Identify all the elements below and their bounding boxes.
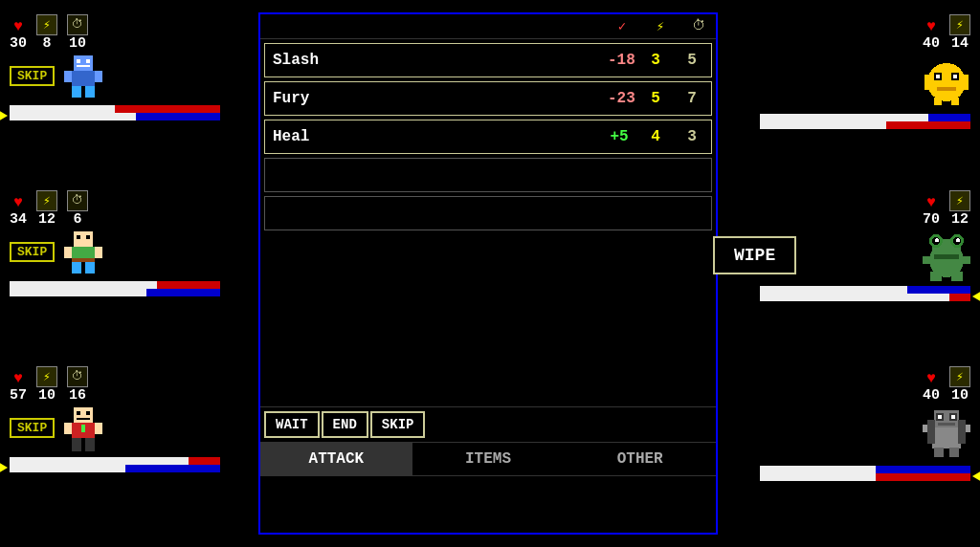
char3-hp: 57: [10, 387, 27, 404]
svg-rect-33: [937, 87, 956, 91]
action-heal-vals: +5 4 3: [608, 128, 703, 145]
svg-rect-6: [95, 71, 102, 82]
char2-stats: ♥ 34 ⚡ 12 ⏱ 6: [10, 190, 244, 228]
svg-rect-26: [85, 438, 95, 451]
enemy3-stats: ♥ 40 ⚡ 10: [923, 366, 970, 404]
enemy3-energy: 10: [951, 387, 969, 404]
left-char-1: ♥ 30 ⚡ 8 ⏱ 10 SKIP: [10, 14, 244, 182]
action-fury-name: Fury: [273, 90, 608, 107]
end-button[interactable]: END: [322, 411, 368, 438]
wipe-button[interactable]: WIPE: [713, 236, 796, 274]
svg-rect-1: [77, 59, 80, 63]
clock-icon-2: ⏱: [67, 190, 88, 211]
action-heal-val3: 3: [680, 128, 703, 145]
action-heal[interactable]: Heal +5 4 3: [264, 120, 712, 154]
char1-time-stat: ⏱ 10: [67, 14, 88, 52]
header-col1: ✓: [612, 18, 632, 34]
action-slash-val3: 5: [680, 52, 703, 69]
action-list: Slash -18 3 5 Fury -23 5 7: [260, 39, 716, 406]
svg-rect-20: [86, 411, 90, 415]
tab-attack[interactable]: ATTACK: [260, 443, 412, 475]
action-empty-1: [264, 158, 712, 192]
svg-point-45: [956, 238, 960, 242]
action-header: ✓ ⚡ ⏱: [260, 14, 716, 39]
bolt-icon-e3: ⚡: [949, 366, 970, 387]
char3-time: 16: [69, 387, 86, 404]
action-fury[interactable]: Fury -23 5 7: [264, 81, 712, 116]
action-heal-val2: 4: [644, 128, 667, 145]
char3-hp-bar: [10, 457, 220, 465]
svg-rect-3: [77, 65, 90, 67]
svg-rect-16: [85, 262, 95, 274]
char2-energy-bar: [10, 289, 220, 296]
char1-hp-stat: ♥ 30: [10, 18, 27, 52]
bolt-icon-1: ⚡: [36, 14, 57, 35]
svg-rect-48: [961, 256, 970, 264]
char1-healthbar: [10, 105, 220, 120]
heart-icon-e1: ♥: [926, 18, 936, 35]
svg-rect-25: [72, 438, 81, 451]
char2-hp-stat: ♥ 34: [10, 194, 27, 228]
char3-arrow: [0, 461, 8, 474]
svg-rect-61: [949, 448, 959, 457]
char3-energy-stat: ⚡ 10: [36, 366, 57, 404]
action-slash-val2: 3: [644, 52, 667, 69]
svg-rect-36: [934, 98, 942, 105]
svg-rect-17: [72, 258, 95, 262]
enemy1-hp-stat: ♥ 40: [923, 18, 940, 52]
char1-hp-bar: [10, 105, 220, 113]
svg-rect-50: [951, 272, 963, 281]
enemy1-energy: 14: [951, 35, 969, 52]
char2-time: 6: [74, 211, 82, 228]
enemy3-sprite: [923, 405, 970, 458]
svg-rect-7: [72, 86, 81, 98]
action-slash[interactable]: Slash -18 3 5: [264, 43, 712, 77]
bolt-icon-e1: ⚡: [949, 14, 970, 35]
tab-other[interactable]: OTHER: [564, 443, 716, 475]
heart-icon-2: ♥: [13, 194, 23, 211]
wait-button[interactable]: WAIT: [264, 411, 320, 438]
svg-rect-62: [927, 420, 935, 444]
char3-stats: ♥ 57 ⚡ 10 ⏱ 16: [10, 366, 244, 404]
tab-items[interactable]: ITEMS: [412, 443, 565, 475]
char1-energy-bar: [10, 113, 220, 120]
enemy2-healthbar: [760, 286, 970, 301]
svg-point-44: [935, 238, 939, 242]
action-fury-val1: -23: [608, 90, 631, 107]
char3-skip-button[interactable]: SKIP: [10, 418, 55, 438]
char1-arrow: [0, 109, 8, 122]
svg-rect-8: [85, 86, 95, 98]
left-char-3: ♥ 57 ⚡ 10 ⏱ 16 SKIP: [10, 366, 244, 534]
right-char-3: ♥ 40 ⚡ 10: [732, 366, 970, 534]
enemy2-hp: 70: [923, 211, 940, 228]
svg-rect-13: [64, 247, 72, 258]
action-heal-val1: +5: [608, 128, 631, 145]
skip-action-button[interactable]: SKIP: [370, 411, 426, 438]
header-col3: ⏱: [689, 18, 708, 34]
header-col2: ⚡: [651, 18, 670, 34]
char2-energy: 12: [38, 211, 56, 228]
enemy2-hp-stat: ♥ 70: [923, 194, 940, 228]
svg-rect-15: [72, 262, 81, 274]
char2-skip-button[interactable]: SKIP: [10, 242, 55, 262]
enemy3-energy-stat: ⚡ 10: [949, 366, 970, 404]
svg-rect-56: [951, 415, 955, 419]
enemy3-energy-bar: [760, 466, 970, 473]
char1-skip-button[interactable]: SKIP: [10, 66, 55, 86]
char2-healthbar: [10, 281, 220, 296]
action-slash-name: Slash: [273, 52, 608, 69]
svg-rect-49: [930, 272, 942, 281]
left-panel: ♥ 30 ⚡ 8 ⏱ 10 SKIP: [0, 0, 254, 547]
enemy1-healthbar: [760, 114, 970, 129]
svg-rect-24: [95, 423, 102, 434]
enemy1-stats: ♥ 40 ⚡ 14: [923, 14, 970, 52]
enemy1-energy-stat: ⚡ 14: [949, 14, 970, 52]
enemy3-hp-bar: [760, 473, 970, 481]
action-slash-val1: -18: [608, 52, 631, 69]
svg-rect-63: [958, 420, 966, 444]
bolt-icon-e2: ⚡: [949, 190, 970, 211]
char1-time: 10: [69, 35, 86, 52]
enemy2-sprite: [923, 230, 970, 282]
enemy2-energy-bar: [760, 286, 970, 294]
char2-sprite: [64, 230, 102, 277]
